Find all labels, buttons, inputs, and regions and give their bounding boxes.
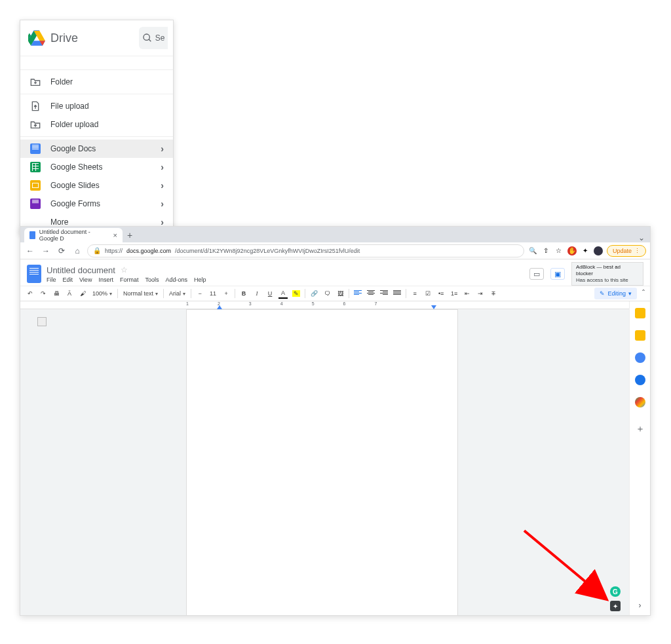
underline-button[interactable]: U — [265, 288, 275, 299]
indent-increase-button[interactable]: ⇥ — [476, 288, 485, 299]
browser-tabstrip: Untitled document - Google D × + ⌄ — [20, 227, 650, 242]
comment-history-button[interactable]: ▣ — [550, 268, 565, 280]
close-tab-icon[interactable]: × — [113, 231, 117, 239]
drive-search-button[interactable]: Se — [139, 27, 168, 49]
print-button[interactable]: 🖶 — [52, 288, 61, 299]
line-spacing-button[interactable]: ≡ — [410, 288, 419, 299]
keep-icon[interactable] — [635, 308, 645, 318]
bookmark-star-icon[interactable]: ☆ — [554, 246, 564, 256]
insert-image-button[interactable]: 🖼 — [336, 288, 345, 299]
spellcheck-button[interactable]: Ă — [65, 288, 74, 299]
menu-file[interactable]: File — [47, 276, 56, 283]
menu-item-label: Folder — [50, 77, 164, 86]
hide-menus-button[interactable]: ˆ — [642, 289, 645, 298]
paint-format-button[interactable]: 🖌 — [78, 288, 87, 299]
insert-comment-button[interactable]: 🗨 — [322, 288, 332, 299]
clear-formatting-button[interactable]: T — [489, 288, 498, 299]
share-icon[interactable]: ⇧ — [541, 246, 550, 256]
document-page[interactable] — [186, 309, 458, 615]
font-size[interactable]: 11 — [208, 290, 218, 297]
docs-toolbar: ↶ ↷ 🖶 Ă 🖌 100%▾ Normal text▾ Arial▾ − 11… — [20, 286, 650, 301]
menu-add-ons[interactable]: Add-ons — [165, 276, 187, 283]
align-right-button[interactable] — [379, 288, 389, 299]
ruler[interactable]: 1234567 — [20, 301, 629, 309]
zoom-select[interactable]: 100%▾ — [91, 290, 113, 297]
extension-tooltip: AdBlock — best ad blocker Has access to … — [571, 262, 643, 286]
align-center-button[interactable] — [366, 288, 375, 299]
menu-item-label: File upload — [50, 102, 164, 111]
italic-button[interactable]: I — [252, 288, 261, 299]
menu-item-label: Google Docs — [50, 144, 161, 153]
insert-link-button[interactable]: 🔗 — [309, 288, 318, 299]
profile-avatar-icon[interactable] — [594, 246, 603, 256]
docs-workspace: 1234567 G ✦ ＋ › — [20, 301, 650, 615]
menu-item-google-docs[interactable]: Google Docs› — [20, 140, 173, 158]
reload-button[interactable]: ⟳ — [56, 245, 67, 257]
menu-item-google-slides[interactable]: Google Slides› — [20, 176, 173, 195]
menu-view[interactable]: View — [79, 276, 92, 283]
add-addon-button[interactable]: ＋ — [636, 423, 645, 435]
extensions-puzzle-icon[interactable]: ✦ — [581, 246, 590, 256]
slides-icon — [29, 180, 41, 191]
browser-update-button[interactable]: Update⋮ — [607, 245, 646, 257]
adblock-extension-icon[interactable]: ✋ — [567, 246, 577, 256]
menu-item-google-forms[interactable]: Google Forms› — [20, 195, 173, 213]
tasks-icon[interactable] — [635, 352, 645, 363]
bold-button[interactable]: B — [239, 288, 248, 299]
menu-item-label: Google Slides — [50, 181, 161, 190]
grammarly-widget-icon[interactable]: G — [610, 586, 621, 597]
back-button[interactable]: ← — [24, 245, 36, 257]
maps-icon[interactable] — [635, 397, 645, 407]
url-host: docs.google.com — [126, 248, 171, 254]
document-title[interactable]: Untitled document — [47, 265, 115, 275]
font-select[interactable]: Arial▾ — [168, 290, 187, 297]
mode-select[interactable]: ✎ Editing ▾ — [594, 288, 637, 299]
menu-item-file-upload[interactable]: File upload — [20, 97, 173, 115]
document-area[interactable]: 1234567 G ✦ — [20, 301, 629, 615]
bulleted-list-button[interactable]: •≡ — [436, 288, 446, 299]
docs-favicon-icon — [29, 231, 35, 239]
menu-help[interactable]: Help — [194, 276, 206, 283]
meet-present-button[interactable]: ▭ — [529, 268, 544, 280]
keep2-icon[interactable] — [635, 330, 645, 341]
styles-select[interactable]: Normal text▾ — [122, 290, 159, 297]
menu-format[interactable]: Format — [120, 276, 139, 283]
menu-item-folder-upload[interactable]: Folder upload — [20, 115, 173, 134]
zoom-icon[interactable]: 🔍 — [528, 246, 537, 256]
new-tab-button[interactable]: + — [123, 228, 137, 242]
indent-decrease-button[interactable]: ⇤ — [463, 288, 472, 299]
menu-tools[interactable]: Tools — [145, 276, 159, 283]
forward-button[interactable]: → — [40, 245, 52, 257]
menu-item-google-sheets[interactable]: Google Sheets› — [20, 158, 173, 176]
chevron-right-icon: › — [161, 162, 164, 172]
numbered-list-button[interactable]: 1≡ — [450, 288, 459, 299]
explore-button-icon[interactable]: ✦ — [610, 601, 621, 611]
hide-sidepanel-button[interactable]: › — [639, 601, 642, 610]
star-icon[interactable]: ☆ — [121, 265, 128, 275]
redo-button[interactable]: ↷ — [39, 288, 48, 299]
ruler-tick: 6 — [343, 301, 346, 306]
browser-tab[interactable]: Untitled document - Google D × — [24, 228, 123, 242]
home-button[interactable]: ⌂ — [71, 245, 83, 257]
align-justify-button[interactable] — [393, 288, 402, 299]
font-size-increase[interactable]: + — [221, 288, 231, 299]
align-left-button[interactable] — [353, 288, 362, 299]
text-color-button[interactable]: A — [278, 288, 288, 299]
folder-plus-icon — [29, 76, 41, 88]
contacts-icon[interactable] — [635, 375, 645, 385]
browser-toolbar: ← → ⟳ ⌂ 🔒 https://docs.google.com/docume… — [20, 242, 650, 259]
menu-edit[interactable]: Edit — [63, 276, 73, 283]
tabstrip-menu-icon[interactable]: ⌄ — [633, 233, 650, 242]
font-size-decrease[interactable]: − — [195, 288, 204, 299]
outline-toggle-button[interactable] — [37, 317, 47, 326]
docs-logo-icon[interactable] — [27, 265, 41, 283]
chevron-right-icon: › — [161, 180, 164, 191]
undo-button[interactable]: ↶ — [26, 288, 35, 299]
menu-insert[interactable]: Insert — [98, 276, 113, 283]
highlight-color-button[interactable]: ✎ — [292, 288, 301, 299]
menu-item-folder[interactable]: Folder — [20, 73, 173, 91]
checklist-button[interactable]: ☑ — [423, 288, 432, 299]
menu-item-label: Folder upload — [50, 120, 164, 129]
address-bar[interactable]: 🔒 https://docs.google.com/document/d/1K2… — [87, 244, 524, 257]
folder-upload-icon — [29, 119, 41, 130]
